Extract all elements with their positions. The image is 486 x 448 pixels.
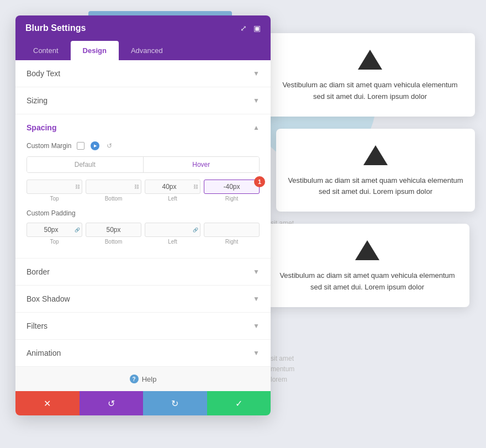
body-text-label: Body Text [27,69,60,78]
padding-right-input[interactable] [204,223,260,237]
section-animation[interactable]: Animation ▼ [15,340,271,367]
padding-top-input[interactable] [27,223,82,237]
margin-square-icon [77,142,84,150]
margin-left-label: Left [168,196,177,202]
padding-top-group: 🔗 Top [27,223,82,245]
spacing-title: Spacing [27,123,56,132]
margin-bottom-input-wrap: ⛓ [86,180,141,194]
filters-chevron: ▼ [253,322,260,330]
margin-bottom-group: ⛓ Bottom [86,180,141,202]
margin-top-link-icon: ⛓ [75,184,80,189]
padding-top-label: Top [50,239,59,245]
box-shadow-chevron: ▼ [253,295,260,303]
margin-badge: 1 [254,176,265,187]
margin-link-icon [91,141,99,150]
padding-bottom-group: Bottom [86,223,141,245]
blurb-card-3: Vestibulum ac diam sit amet quam vehicul… [265,224,469,307]
border-chevron: ▼ [253,268,260,276]
custom-margin-label: Custom Margin [27,142,71,150]
section-filters[interactable]: Filters ▼ [15,313,271,340]
margin-top-group: ⛓ Top [27,180,82,202]
blurb-card-1: Vestibulum ac diam sit amet quam vehicul… [265,33,475,117]
tab-advanced[interactable]: Advanced [119,41,175,60]
margin-bottom-label: Bottom [105,196,123,202]
panel-header-icons: ⤢ ▣ [240,24,261,33]
panel-toolbar: ✕ ↺ ↻ ✓ [15,391,271,415]
tab-content[interactable]: Content [21,41,71,60]
spacing-chevron-up: ▲ [253,124,260,131]
padding-right-label: Right [225,239,238,245]
padding-top-wrap: 🔗 [27,223,82,237]
undo-button[interactable]: ↺ [80,391,144,415]
margin-bottom-link-icon: ⛓ [134,184,139,189]
faded-preview-3: sit ametmentumlorem [271,354,320,386]
panel-tabs: Content Design Advanced [15,41,271,60]
padding-left-input[interactable] [145,223,200,237]
tab-hover[interactable]: Hover [144,157,260,172]
blurb-card-2: Vestibulum ac diam sit amet quam vehicul… [276,129,475,212]
panel-body: Body Text ▼ Sizing ▼ Spacing ▲ Custom Ma… [15,60,271,415]
spacing-body: Custom Margin ↺ Default [15,141,271,258]
padding-bottom-input[interactable] [86,223,141,237]
padding-left-wrap: 🔗 [145,223,200,237]
preview-area: Vestibulum ac diam sit amet quam vehicul… [265,17,475,314]
margin-right-group: Right [204,180,260,202]
padding-left-group: 🔗 Left [145,223,200,245]
margin-left-input-wrap: ⛓ [145,180,200,194]
margin-top-input-wrap: ⛓ [27,180,82,194]
tab-default[interactable]: Default [27,157,143,172]
blurb-settings-panel: Blurb Settings ⤢ ▣ Content Design Advanc… [15,15,271,415]
padding-right-group: Right [204,223,260,245]
tab-design[interactable]: Design [71,41,119,60]
custom-padding-header: Custom Padding [27,209,260,217]
margin-left-input[interactable] [145,180,200,194]
padding-bottom-label: Bottom [105,239,123,245]
section-border[interactable]: Border ▼ [15,259,271,286]
margin-square-icon-btn[interactable] [76,141,86,151]
card-text-2: Vestibulum ac diam sit amet quam vehicul… [287,175,464,198]
help-label[interactable]: Help [142,375,157,383]
card-text-1: Vestibulum ac diam sit amet quam vehicul… [276,80,464,103]
margin-link-icon-btn[interactable] [90,141,100,151]
animation-chevron: ▼ [253,349,260,357]
redo-button[interactable]: ↻ [143,391,207,415]
default-hover-tabs: Default Hover [27,156,260,173]
padding-left-label: Left [168,239,177,245]
expand-icon[interactable]: ⤢ [240,24,247,33]
save-button[interactable]: ✓ [207,391,271,415]
help-row: ? Help [15,367,271,391]
padding-lr-link-icon: 🔗 [193,228,198,233]
margin-reset-icon: ↺ [107,142,112,150]
border-label: Border [27,267,50,276]
layout-icon[interactable]: ▣ [253,24,261,33]
section-sizing[interactable]: Sizing ▼ [15,87,271,114]
card-icon-1 [358,50,382,70]
margin-top-label: Top [50,196,59,202]
margin-left-group: ⛓ Left [145,180,200,202]
padding-top-link-icon: 🔗 [75,228,80,233]
section-body-text[interactable]: Body Text ▼ [15,60,271,87]
spacing-header[interactable]: Spacing ▲ [15,114,271,141]
cancel-button[interactable]: ✕ [15,391,80,415]
margin-right-label: Right [225,196,238,202]
section-box-shadow[interactable]: Box Shadow ▼ [15,286,271,313]
custom-padding-section: Custom Padding 🔗 Top [27,209,260,245]
panel-title: Blurb Settings [25,23,86,33]
card-icon-2 [363,145,388,165]
margin-left-link-icon: ⛓ [193,184,198,189]
custom-margin-header: Custom Margin ↺ [27,141,260,151]
custom-padding-label: Custom Padding [27,209,76,217]
section-spacing: Spacing ▲ Custom Margin ↺ [15,114,271,259]
animation-label: Animation [27,349,61,357]
margin-reset-icon-btn[interactable]: ↺ [104,141,114,151]
body-text-chevron: ▼ [253,70,260,77]
card-icon-3 [355,240,379,260]
margin-bottom-input[interactable] [86,180,141,194]
sizing-label: Sizing [27,96,47,105]
margin-right-input[interactable] [204,180,260,194]
card-text-3: Vestibulum ac diam sit amet quam vehicul… [276,270,458,293]
filters-label: Filters [27,321,47,330]
panel-header: Blurb Settings ⤢ ▣ [15,15,271,41]
margin-top-input[interactable] [27,180,82,194]
sizing-chevron: ▼ [253,97,260,104]
